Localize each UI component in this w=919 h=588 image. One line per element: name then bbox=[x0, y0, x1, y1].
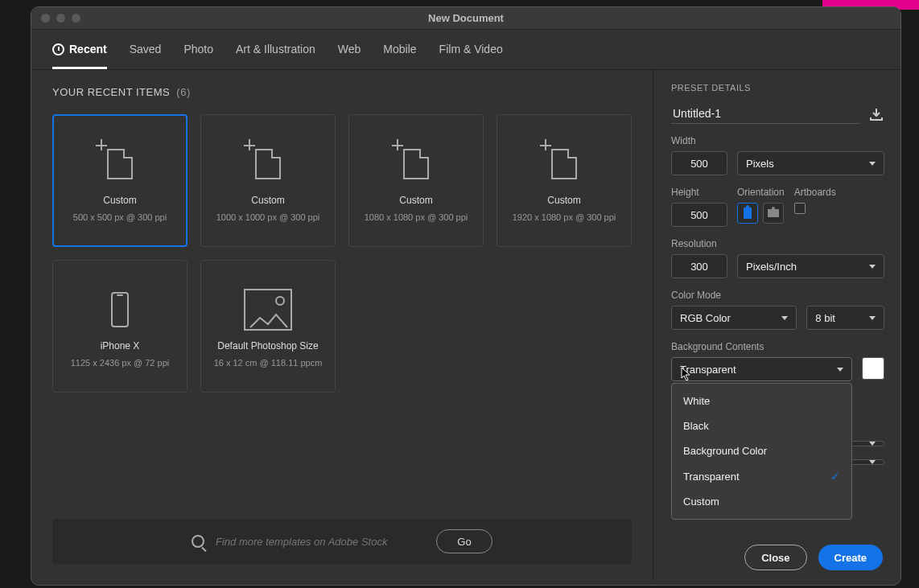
resolution-unit-value: Pixels/Inch bbox=[746, 261, 797, 273]
document-icon bbox=[540, 140, 588, 188]
search-input[interactable] bbox=[216, 536, 425, 548]
document-name-input[interactable] bbox=[671, 104, 860, 124]
preset-name: Custom bbox=[103, 195, 136, 206]
preset-card[interactable]: iPhone X 1125 x 2436 px @ 72 ppi bbox=[52, 260, 188, 393]
tab-recent[interactable]: Recent bbox=[52, 43, 107, 69]
color-mode-label: Color Mode bbox=[671, 290, 884, 301]
create-button[interactable]: Create bbox=[818, 545, 883, 570]
background-value: Transparent bbox=[680, 364, 736, 376]
chevron-down-icon bbox=[781, 316, 788, 320]
close-button[interactable]: Close bbox=[744, 545, 806, 570]
document-icon bbox=[392, 140, 440, 188]
preset-name: Custom bbox=[547, 195, 580, 206]
preset-card[interactable]: Custom 500 x 500 px @ 300 ppi bbox=[52, 114, 188, 247]
preset-card[interactable]: Custom 1000 x 1000 px @ 300 ppi bbox=[200, 114, 336, 247]
orientation-landscape[interactable] bbox=[763, 203, 784, 224]
background-color-swatch[interactable] bbox=[862, 357, 884, 380]
close-window-icon[interactable] bbox=[41, 14, 50, 23]
unit-value: Pixels bbox=[746, 158, 774, 170]
window-title: New Document bbox=[428, 12, 504, 24]
search-icon bbox=[192, 535, 204, 548]
chevron-down-icon bbox=[869, 460, 876, 464]
dropdown-option-custom[interactable]: Custom bbox=[672, 489, 851, 514]
presets-grid: Custom 500 x 500 px @ 300 ppi Custom 100… bbox=[52, 114, 632, 393]
import-preset-icon[interactable] bbox=[868, 106, 884, 122]
category-tabs: Recent Saved Photo Art & Illustration We… bbox=[31, 30, 900, 70]
color-mode-select[interactable]: RGB Color bbox=[671, 306, 797, 330]
dropdown-option-white[interactable]: White bbox=[672, 389, 851, 413]
presets-panel: YOUR RECENT ITEMS (6) Custom 500 x 500 p… bbox=[31, 70, 653, 580]
preset-name: Custom bbox=[399, 195, 432, 206]
document-icon bbox=[96, 140, 144, 188]
preset-dimensions: 1920 x 1080 px @ 300 ppi bbox=[513, 212, 616, 222]
chevron-down-icon bbox=[869, 316, 876, 320]
chevron-down-icon bbox=[869, 162, 876, 166]
chevron-down-icon bbox=[869, 442, 876, 446]
width-input[interactable] bbox=[671, 151, 727, 175]
check-icon: ✓ bbox=[830, 470, 840, 483]
tab-label: Photo bbox=[183, 43, 213, 56]
chevron-down-icon bbox=[869, 265, 876, 269]
recent-items-header: YOUR RECENT ITEMS (6) bbox=[52, 86, 632, 98]
tab-label: Recent bbox=[69, 43, 107, 56]
clock-icon bbox=[52, 43, 64, 56]
preset-dimensions: 1080 x 1080 px @ 300 ppi bbox=[365, 212, 468, 222]
preset-details-panel: PRESET DETAILS Width Pixels Height bbox=[653, 70, 901, 580]
height-label: Height bbox=[671, 187, 727, 198]
orientation-label: Orientation bbox=[737, 187, 785, 198]
background-contents-select[interactable]: Transparent bbox=[671, 357, 852, 381]
tab-label: Film & Video bbox=[439, 43, 503, 56]
document-icon bbox=[244, 140, 292, 188]
artboards-label: Artboards bbox=[794, 187, 836, 198]
preset-dimensions: 1000 x 1000 px @ 300 ppi bbox=[216, 212, 320, 222]
artboards-checkbox[interactable] bbox=[794, 203, 806, 214]
resolution-unit-select[interactable]: Pixels/Inch bbox=[737, 254, 884, 278]
resolution-input[interactable] bbox=[671, 254, 727, 278]
zoom-window-icon[interactable] bbox=[72, 14, 80, 23]
preset-name: iPhone X bbox=[101, 340, 140, 352]
go-button[interactable]: Go bbox=[436, 529, 492, 553]
recent-header-text: YOUR RECENT ITEMS bbox=[52, 86, 170, 98]
tab-label: Mobile bbox=[383, 43, 416, 56]
dropdown-option-black[interactable]: Black bbox=[672, 413, 851, 438]
tab-mobile[interactable]: Mobile bbox=[383, 43, 416, 69]
unit-select[interactable]: Pixels bbox=[737, 151, 884, 175]
orientation-portrait[interactable] bbox=[737, 203, 758, 224]
chevron-down-icon bbox=[837, 368, 843, 372]
tab-label: Web bbox=[338, 43, 361, 56]
preset-card[interactable]: Custom 1920 x 1080 px @ 300 ppi bbox=[497, 114, 632, 247]
preset-card[interactable]: Custom 1080 x 1080 px @ 300 ppi bbox=[348, 114, 484, 247]
preset-card[interactable]: Default Photoshop Size 16 x 12 cm @ 118.… bbox=[200, 260, 336, 393]
tab-label: Art & Illustration bbox=[236, 43, 315, 56]
titlebar: New Document bbox=[31, 7, 900, 30]
recent-count: (6) bbox=[176, 86, 190, 98]
tab-saved[interactable]: Saved bbox=[130, 43, 162, 69]
background-contents-label: Background Contents bbox=[671, 341, 884, 352]
bit-depth-select[interactable]: 8 bit bbox=[806, 306, 884, 330]
tab-art-illustration[interactable]: Art & Illustration bbox=[236, 43, 315, 69]
color-mode-value: RGB Color bbox=[680, 312, 731, 324]
width-label: Width bbox=[671, 135, 884, 146]
dialog-footer: Close Create bbox=[744, 545, 883, 570]
template-search-bar: Go bbox=[52, 519, 632, 564]
preset-dimensions: 1125 x 2436 px @ 72 ppi bbox=[71, 358, 169, 368]
tab-film-video[interactable]: Film & Video bbox=[439, 43, 503, 69]
tab-label: Saved bbox=[130, 43, 162, 56]
preset-dimensions: 500 x 500 px @ 300 ppi bbox=[73, 212, 167, 222]
background-dropdown-menu: White Black Background Color Transparent… bbox=[671, 383, 852, 520]
minimize-window-icon[interactable] bbox=[56, 14, 65, 23]
dropdown-option-transparent[interactable]: Transparent✓ bbox=[672, 463, 851, 489]
image-icon bbox=[244, 286, 292, 334]
tab-web[interactable]: Web bbox=[338, 43, 361, 69]
tab-photo[interactable]: Photo bbox=[183, 43, 213, 69]
preset-details-header: PRESET DETAILS bbox=[671, 83, 884, 93]
preset-name: Default Photoshop Size bbox=[217, 340, 318, 352]
preset-name: Custom bbox=[251, 195, 284, 206]
preset-dimensions: 16 x 12 cm @ 118.11 ppcm bbox=[214, 358, 323, 368]
height-input[interactable] bbox=[671, 203, 727, 227]
new-document-dialog: New Document Recent Saved Photo Art & Il… bbox=[31, 6, 901, 586]
resolution-label: Resolution bbox=[671, 238, 884, 249]
bit-depth-value: 8 bit bbox=[815, 312, 835, 324]
dropdown-option-background-color[interactable]: Background Color bbox=[672, 438, 851, 463]
phone-icon bbox=[96, 286, 144, 334]
